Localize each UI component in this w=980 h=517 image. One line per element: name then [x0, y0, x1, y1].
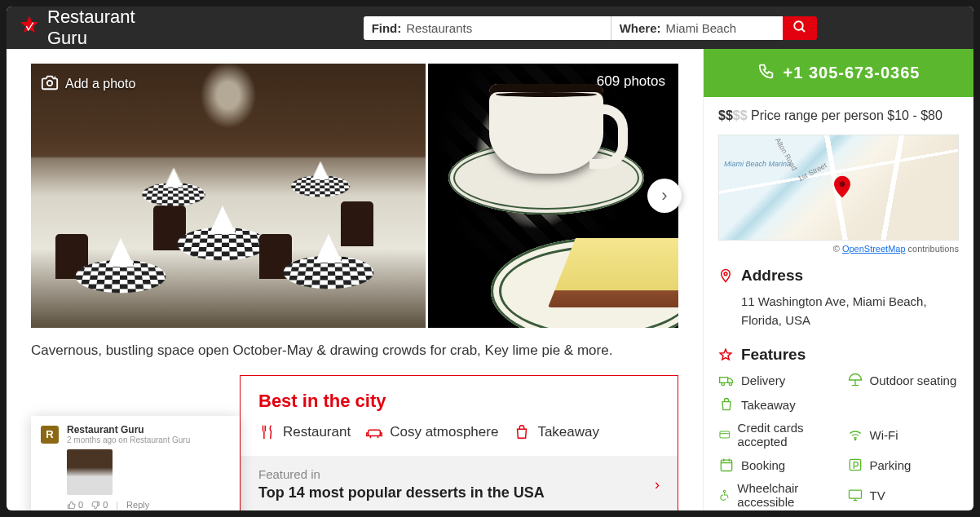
gallery-image-1[interactable]: Add a photo: [31, 64, 426, 328]
map[interactable]: Miami Beach Marina 1st Street Alton Road: [718, 135, 959, 241]
parking-icon: [847, 457, 863, 473]
add-photo-button[interactable]: Add a photo: [41, 73, 135, 95]
svg-rect-11: [721, 460, 731, 471]
like-button[interactable]: 0: [67, 500, 83, 510]
review-actions: 0 0 | Reply: [67, 500, 230, 510]
review-thumbnail[interactable]: [67, 449, 113, 495]
svg-rect-9: [720, 431, 730, 438]
chevron-right-icon: ›: [655, 476, 660, 493]
pin-icon: [718, 268, 733, 283]
reviewer-name: Restaurant Guru: [67, 424, 190, 435]
map-attribution: © OpenStreetMap contributions: [718, 244, 959, 254]
feature-outdoor: Outdoor seating: [847, 372, 960, 388]
main-column: Add a photo 609 photos › Cavernous, bust…: [7, 49, 703, 510]
find-label: Find:: [372, 21, 402, 35]
features-grid: Delivery Outdoor seating Takeaway Credit…: [718, 372, 959, 509]
dislike-button[interactable]: 0: [91, 500, 108, 510]
svg-rect-6: [720, 378, 728, 383]
avatar: R: [41, 426, 59, 444]
svg-rect-12: [850, 459, 860, 470]
camera-icon: [41, 73, 59, 95]
topbar: Restaurant Guru Find: Where:: [7, 7, 973, 49]
card-icon: [718, 426, 731, 443]
feature-wifi: Wi-Fi: [847, 421, 960, 449]
phone-number: +1 305-673-0365: [784, 64, 920, 82]
svg-rect-3: [369, 430, 381, 435]
calendar-icon: [718, 457, 735, 473]
photo-count: 609 photos: [597, 73, 665, 90]
svg-point-4: [839, 181, 845, 187]
best-in-city-title: Best in the city: [258, 391, 660, 412]
address-text: 11 Washington Ave, Miami Beach, Florida,…: [741, 293, 959, 329]
tag-takeaway: Takeaway: [513, 423, 599, 441]
feature-tv: TV: [847, 481, 960, 509]
brand-name: Restaurant Guru: [47, 7, 135, 49]
reviews-popup: R Restaurant Guru 2 months ago on Restau…: [31, 416, 240, 510]
utensils-icon: [258, 423, 276, 441]
search-where-segment[interactable]: Where:: [611, 16, 783, 40]
svg-point-2: [47, 81, 52, 86]
feature-wheelchair: Wheelchair accessible: [718, 481, 831, 509]
sofa-icon: [365, 423, 383, 441]
featured-in[interactable]: Featured in Top 14 most popular desserts…: [241, 456, 678, 510]
review-card: R Restaurant Guru 2 months ago on Restau…: [31, 416, 240, 510]
wifi-icon: [847, 426, 863, 443]
bag-icon: [513, 423, 531, 441]
svg-point-8: [729, 382, 731, 385]
svg-point-5: [724, 272, 727, 276]
chevron-right-icon: ›: [661, 185, 667, 206]
svg-point-13: [723, 490, 726, 493]
phone-icon: [757, 62, 775, 84]
feature-credit: Credit cards accepted: [718, 421, 831, 449]
page-root: Restaurant Guru Find: Where:: [7, 7, 973, 510]
svg-point-10: [854, 439, 856, 440]
reply-button[interactable]: Reply: [126, 500, 149, 510]
price-range: $$$$ Price range per person $10 - $80: [718, 108, 959, 123]
call-button[interactable]: +1 305-673-0365: [704, 49, 973, 97]
svg-point-0: [794, 21, 803, 30]
search-button[interactable]: [783, 16, 817, 40]
star-icon: [718, 347, 733, 362]
search-bar: Find: Where:: [364, 16, 817, 40]
logo-star-icon: [18, 14, 41, 42]
tv-icon: [847, 487, 863, 503]
find-input[interactable]: [406, 21, 602, 35]
logo[interactable]: Restaurant Guru: [18, 7, 135, 49]
search-find-segment[interactable]: Find:: [364, 16, 611, 40]
bag-icon: [718, 396, 735, 413]
where-label: Where:: [620, 21, 661, 35]
tag-cosy: Cosy atmosphere: [365, 423, 498, 441]
best-in-city-box: Best in the city Restaurant Cosy atmosph…: [240, 375, 678, 510]
gallery-next-button[interactable]: ›: [647, 179, 682, 213]
content: Add a photo 609 photos › Cavernous, bust…: [7, 49, 973, 510]
tag-restaurant: Restaurant: [258, 423, 351, 441]
search-icon: [792, 20, 807, 37]
gallery-image-2[interactable]: 609 photos: [428, 64, 678, 328]
wheelchair-icon: [718, 487, 731, 503]
feature-takeaway: Takeaway: [718, 396, 959, 413]
featured-label: Featured in: [258, 467, 660, 481]
sidebar: +1 305-673-0365 $$$$ Price range per per…: [703, 49, 973, 510]
svg-point-7: [722, 382, 724, 385]
restaurant-description: Cavernous, bustling space open October-M…: [31, 342, 678, 359]
umbrella-icon: [847, 372, 863, 388]
feature-booking: Booking: [718, 457, 831, 473]
feature-delivery: Delivery: [718, 372, 831, 388]
best-tags: Restaurant Cosy atmosphere Takeaway: [258, 423, 660, 441]
featured-title: Top 14 most popular desserts in the USA: [258, 484, 660, 502]
map-pin-icon: [834, 175, 850, 198]
svg-rect-14: [849, 490, 861, 498]
osm-link[interactable]: OpenStreetMap: [842, 244, 906, 254]
features-section: Features Delivery Outdoor seating Takeaw…: [718, 346, 959, 509]
thumbs-up-icon: [67, 501, 76, 510]
photo-gallery: Add a photo 609 photos ›: [31, 64, 678, 328]
add-photo-label: Add a photo: [65, 77, 135, 91]
address-section: Address 11 Washington Ave, Miami Beach, …: [718, 267, 959, 329]
thumbs-down-icon: [91, 501, 100, 510]
where-input[interactable]: [665, 21, 774, 35]
truck-icon: [718, 372, 735, 388]
review-meta: 2 months ago on Restaurant Guru: [67, 435, 190, 444]
feature-parking: Parking: [847, 457, 960, 473]
